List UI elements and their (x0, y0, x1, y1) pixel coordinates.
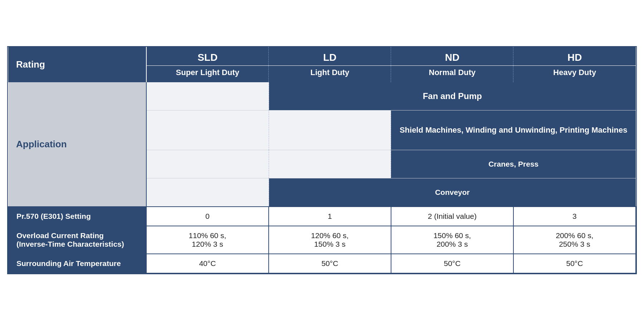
app-empty-sld-2 (147, 110, 269, 150)
col-hd-abbr: HD (513, 47, 636, 66)
pr570-ld: 1 (269, 207, 391, 226)
app-block-cranes: Cranes, Press (391, 150, 636, 178)
app-blocks-container: Fan and Pump Shield Machines, Winding an… (147, 82, 636, 206)
app-row-shield: Shield Machines, Winding and Unwinding, … (147, 110, 636, 150)
app-block-cranes-span: Cranes, Press (391, 150, 636, 178)
application-row: Application Fan and Pump (8, 82, 636, 207)
app-row-conveyor: Conveyor (147, 178, 636, 206)
data-row-temp: Surrounding Air Temperature 40°C 50°C 50… (8, 254, 636, 273)
app-row-cranes: Cranes, Press (147, 150, 636, 178)
col-ld-full: Light Duty (269, 65, 391, 82)
app-empty-ld-2 (269, 110, 391, 150)
data-row-overload: Overload Current Rating (Inverse-Time Ch… (8, 226, 636, 254)
temp-ld: 50°C (269, 254, 391, 273)
app-block-shield: Shield Machines, Winding and Unwinding, … (391, 110, 636, 150)
overload-ld: 120% 60 s, 150% 3 s (269, 226, 391, 254)
col-sld-full: Super Light Duty (146, 65, 269, 82)
overload-label: Overload Current Rating (Inverse-Time Ch… (8, 226, 146, 254)
rating-label: Rating (8, 47, 146, 82)
overload-nd: 150% 60 s, 200% 3 s (391, 226, 513, 254)
overload-hd: 200% 60 s, 250% 3 s (513, 226, 636, 254)
app-empty-sld-4 (147, 178, 269, 206)
app-empty-sld-3 (147, 150, 269, 178)
col-hd-full: Heavy Duty (513, 65, 636, 82)
app-block-conveyor: Conveyor (269, 178, 636, 206)
pr570-hd: 3 (513, 207, 636, 226)
temp-label: Surrounding Air Temperature (8, 254, 146, 273)
app-block-conveyor-span: Conveyor (269, 178, 636, 206)
overload-sld: 110% 60 s, 120% 3 s (146, 226, 269, 254)
app-empty-ld-3 (269, 150, 391, 178)
temp-hd: 50°C (513, 254, 636, 273)
temp-nd: 50°C (391, 254, 513, 273)
pr570-sld: 0 (146, 207, 269, 226)
data-row-pr570: Pr.570 (E301) Setting 0 1 2 (Initial val… (8, 207, 636, 226)
app-block-fan-pump: Fan and Pump (269, 82, 636, 110)
header-row-1: Rating SLD LD ND HD (8, 47, 636, 66)
pr570-nd: 2 (Initial value) (391, 207, 513, 226)
application-label: Application (8, 82, 146, 207)
main-table: Rating SLD LD ND HD Super Light Duty Lig… (7, 46, 637, 274)
pr570-label: Pr.570 (E301) Setting (8, 207, 146, 226)
app-block-shield-span: Shield Machines, Winding and Unwinding, … (391, 110, 636, 150)
col-sld-abbr: SLD (146, 47, 269, 66)
temp-sld: 40°C (146, 254, 269, 273)
app-block-fan-pump-span: Fan and Pump (269, 82, 636, 110)
col-nd-full: Normal Duty (391, 65, 513, 82)
col-nd-abbr: ND (391, 47, 513, 66)
application-content: Fan and Pump Shield Machines, Winding an… (146, 82, 636, 207)
app-empty-sld-1 (147, 82, 269, 110)
app-row-fan-pump: Fan and Pump (147, 82, 636, 110)
col-ld-abbr: LD (269, 47, 391, 66)
